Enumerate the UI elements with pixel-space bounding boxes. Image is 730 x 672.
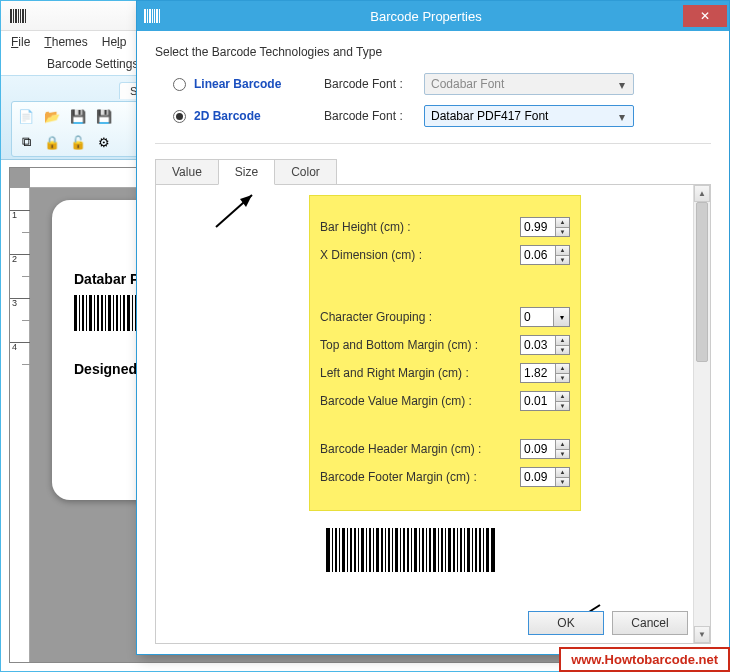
- svg-rect-67: [354, 528, 356, 550]
- char-grouping-combo[interactable]: 0▾: [520, 307, 570, 327]
- svg-rect-116: [373, 550, 374, 572]
- char-grouping-label: Character Grouping :: [320, 310, 520, 324]
- svg-rect-106: [335, 550, 337, 572]
- svg-rect-51: [144, 9, 146, 23]
- svg-rect-96: [464, 528, 465, 550]
- spin-down-icon[interactable]: ▼: [555, 228, 569, 237]
- svg-rect-146: [486, 550, 489, 572]
- combo-2d-font-value: Databar PDF417 Font: [431, 109, 548, 123]
- svg-rect-41: [120, 313, 121, 331]
- val-margin-label: Barcode Value Margin (cm) :: [320, 394, 520, 408]
- spin-up-icon[interactable]: ▲: [555, 218, 569, 228]
- svg-rect-124: [403, 550, 405, 572]
- svg-rect-108: [342, 550, 345, 572]
- font-label-2d: Barcode Font :: [324, 109, 424, 123]
- svg-rect-140: [464, 550, 465, 572]
- svg-rect-54: [152, 9, 153, 23]
- svg-rect-71: [369, 528, 371, 550]
- svg-rect-91: [445, 528, 446, 550]
- ok-button[interactable]: OK: [528, 611, 604, 635]
- new-icon[interactable]: 📄: [16, 106, 36, 126]
- menu-themes[interactable]: Themes: [44, 35, 87, 49]
- svg-rect-102: [486, 528, 489, 550]
- dialog-titlebar[interactable]: Barcode Properties ✕: [137, 1, 729, 31]
- svg-rect-120: [388, 550, 390, 572]
- svg-rect-101: [483, 528, 484, 550]
- combo-2d-font[interactable]: Databar PDF417 Font ▾: [424, 105, 634, 127]
- svg-rect-135: [445, 550, 446, 572]
- unlock-icon[interactable]: 🔓: [68, 132, 88, 152]
- svg-rect-57: [159, 9, 160, 23]
- svg-rect-114: [366, 550, 367, 572]
- bar-height-label: Bar Height (cm) :: [320, 220, 520, 234]
- size-settings-panel: Bar Height (cm) : 0.99▲▼ X Dimension (cm…: [309, 195, 581, 511]
- x-dimension-input[interactable]: 0.06▲▼: [520, 245, 570, 265]
- svg-rect-103: [491, 528, 495, 550]
- tb-margin-input[interactable]: 0.03▲▼: [520, 335, 570, 355]
- lr-margin-input[interactable]: 1.82▲▼: [520, 363, 570, 383]
- svg-rect-118: [381, 550, 383, 572]
- svg-rect-53: [149, 9, 151, 23]
- copy-icon[interactable]: ⧉: [16, 132, 36, 152]
- svg-rect-30: [79, 313, 80, 331]
- svg-rect-74: [381, 528, 383, 550]
- open-icon[interactable]: 📂: [42, 106, 62, 126]
- tb-margin-label: Top and Bottom Margin (cm) :: [320, 338, 520, 352]
- svg-rect-147: [491, 550, 495, 572]
- tab-color[interactable]: Color: [274, 159, 337, 185]
- svg-rect-56: [156, 9, 158, 23]
- svg-rect-76: [388, 528, 390, 550]
- svg-rect-92: [448, 528, 451, 550]
- svg-rect-80: [403, 528, 405, 550]
- val-margin-input[interactable]: 0.01▲▼: [520, 391, 570, 411]
- tab-body: Bar Height (cm) : 0.99▲▼ X Dimension (cm…: [155, 184, 711, 644]
- menu-help[interactable]: Help: [102, 35, 127, 49]
- svg-rect-73: [376, 528, 379, 550]
- radio-linear-barcode[interactable]: [173, 78, 186, 91]
- svg-rect-131: [429, 550, 431, 572]
- menu-file[interactable]: File: [11, 35, 30, 49]
- save-icon[interactable]: 💾: [68, 106, 88, 126]
- svg-rect-79: [400, 528, 401, 550]
- svg-rect-72: [373, 528, 374, 550]
- svg-rect-104: [326, 550, 330, 572]
- lock-icon[interactable]: 🔒: [42, 132, 62, 152]
- barcode-preview-icon: [326, 528, 496, 572]
- footer-margin-label: Barcode Footer Margin (cm) :: [320, 470, 520, 484]
- svg-rect-93: [453, 528, 455, 550]
- svg-rect-119: [385, 550, 386, 572]
- tab-size[interactable]: Size: [218, 159, 275, 185]
- svg-rect-4: [20, 9, 21, 23]
- scrollbar-thumb[interactable]: [696, 202, 708, 362]
- svg-rect-129: [422, 550, 424, 572]
- save-as-icon[interactable]: 💾: [94, 106, 114, 126]
- svg-rect-85: [422, 528, 424, 550]
- svg-line-58: [216, 195, 252, 227]
- svg-rect-61: [332, 528, 333, 550]
- dialog-close-button[interactable]: ✕: [683, 5, 727, 27]
- svg-rect-9: [82, 295, 84, 313]
- svg-rect-95: [460, 528, 462, 550]
- svg-rect-83: [414, 528, 417, 550]
- svg-rect-2: [15, 9, 17, 23]
- combo-linear-font-value: Codabar Font: [431, 77, 504, 91]
- svg-rect-6: [25, 9, 26, 23]
- barcode-settings-label[interactable]: Barcode Settings: [47, 57, 138, 71]
- tab-value[interactable]: Value: [155, 159, 219, 185]
- settings-icon[interactable]: ⚙: [94, 132, 114, 152]
- radio-2d-barcode[interactable]: [173, 110, 186, 123]
- svg-rect-60: [326, 528, 330, 550]
- svg-rect-133: [438, 550, 439, 572]
- scroll-down-icon[interactable]: ▼: [694, 626, 710, 643]
- cancel-button[interactable]: Cancel: [612, 611, 688, 635]
- scrollbar-vertical[interactable]: ▲ ▼: [693, 185, 710, 643]
- bar-height-input[interactable]: 0.99▲▼: [520, 217, 570, 237]
- footer-margin-input[interactable]: 0.09▲▼: [520, 467, 570, 487]
- scroll-up-icon[interactable]: ▲: [694, 185, 710, 202]
- svg-rect-0: [10, 9, 12, 23]
- svg-rect-130: [426, 550, 427, 572]
- svg-rect-138: [457, 550, 458, 572]
- svg-rect-11: [89, 295, 92, 313]
- svg-rect-77: [392, 528, 393, 550]
- header-margin-input[interactable]: 0.09▲▼: [520, 439, 570, 459]
